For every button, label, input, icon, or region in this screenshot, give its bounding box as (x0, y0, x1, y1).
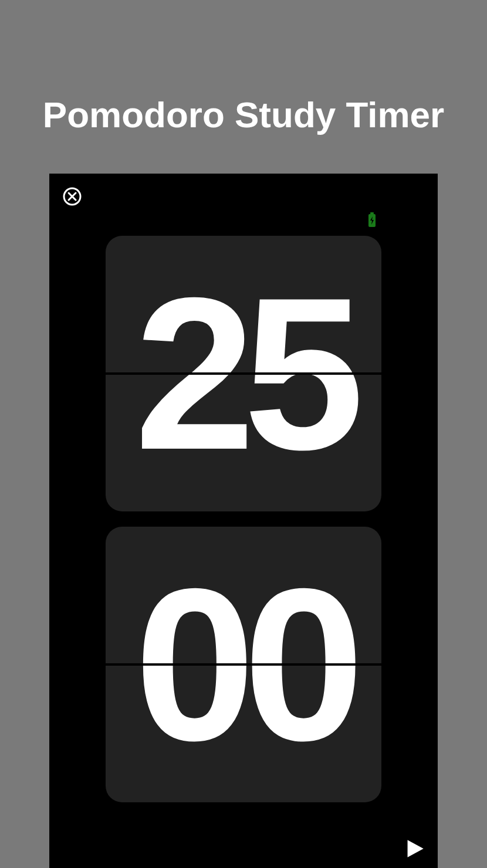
page-title: Pomodoro Study Timer (0, 0, 487, 174)
seconds-card: 00 (106, 527, 381, 802)
minutes-card: 25 (106, 236, 381, 511)
close-button[interactable] (62, 187, 82, 206)
seconds-value: 00 (134, 556, 353, 773)
svg-rect-3 (370, 212, 374, 214)
minutes-value: 25 (134, 265, 353, 482)
timer-app-frame: 25 00 (49, 174, 438, 868)
play-icon (405, 839, 425, 859)
play-button[interactable] (405, 839, 425, 859)
timer-display: 25 00 (106, 236, 381, 802)
close-circle-icon (62, 187, 82, 206)
battery-charging-icon (368, 212, 376, 228)
